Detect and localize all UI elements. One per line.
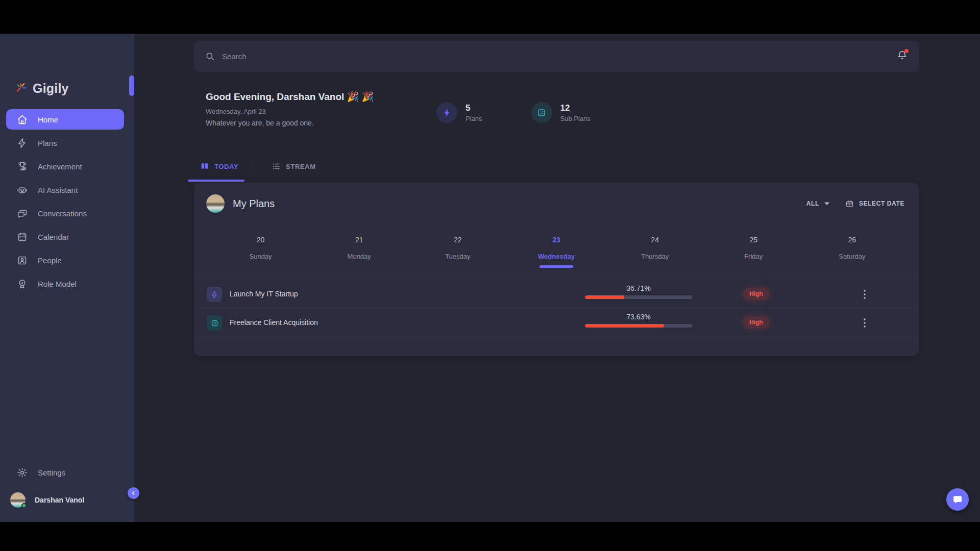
week-day-sunday[interactable]: 20 Sunday	[211, 236, 310, 268]
sub-plans-stat-icon-circle	[531, 102, 552, 123]
sidebar-item-role-model[interactable]: Role Model	[0, 272, 134, 295]
plan-row-launch-my-it-startup[interactable]: Launch My IT Startup 36.71% High	[194, 280, 919, 308]
plan-progress-percent: 36.71%	[585, 284, 692, 292]
greeting-title: Good Evening, Darshan Vanol 🎉 🎉	[206, 91, 374, 103]
logo-text: Gigily	[33, 81, 69, 96]
week-day-thursday[interactable]: 24 Thursday	[606, 236, 704, 268]
sidebar-item-ai-assistant[interactable]: AI Assistant	[0, 178, 134, 202]
subplan-icon	[211, 319, 218, 327]
main-content: Good Evening, Darshan Vanol 🎉 🎉 Wednesda…	[134, 34, 980, 522]
sidebar-nav: Home Plans Achievement AI Assistant Conv…	[0, 108, 134, 295]
search-bar[interactable]	[194, 41, 919, 72]
week-day-monday[interactable]: 21 Monday	[310, 236, 408, 268]
sidebar-item-label: Calendar	[38, 233, 69, 241]
week-day-wednesday[interactable]: 23 Wednesday	[507, 236, 605, 268]
progress-fill	[585, 324, 664, 328]
greeting-quote: Whatever you are, be a good one.	[206, 119, 374, 127]
plan-progress-percent: 73.63%	[585, 313, 692, 321]
plan-progress: 36.71%	[585, 284, 692, 299]
bolt-icon	[211, 291, 218, 298]
sidebar-item-home[interactable]: Home	[6, 109, 124, 130]
sidebar-item-label: Home	[38, 115, 58, 124]
tab-label: TODAY	[214, 163, 238, 170]
week-day-friday[interactable]: 25 Friday	[704, 236, 803, 268]
select-date-label: SELECT DATE	[859, 200, 904, 207]
calendar-icon	[845, 199, 854, 208]
search-icon	[205, 52, 215, 61]
sidebar-item-people[interactable]: People	[0, 248, 134, 272]
priority-badge: High	[743, 288, 769, 300]
week-strip: 20 Sunday 21 Monday 22 Tuesday 23 Wednes…	[211, 236, 901, 268]
chat-fab-button[interactable]	[946, 488, 969, 511]
chevron-down-icon	[824, 202, 830, 206]
my-plans-header: My Plans ALL SELECT DATE	[206, 194, 904, 213]
row-menu-button[interactable]	[857, 316, 872, 330]
plans-label: Plans	[465, 115, 482, 122]
sidebar-item-label: Conversations	[38, 209, 87, 218]
profile-name: Darshan Vanol	[35, 496, 84, 504]
active-day-underline	[540, 265, 573, 268]
book-icon	[200, 162, 209, 171]
progress-track	[585, 324, 692, 328]
my-plans-card: My Plans ALL SELECT DATE 20 Sunday	[194, 183, 919, 356]
week-day-saturday[interactable]: 26 Saturday	[803, 236, 901, 268]
tab-separator	[252, 161, 252, 172]
notification-dot	[904, 49, 909, 53]
sidebar-item-label: Plans	[38, 139, 57, 147]
plan-progress: 73.63%	[585, 313, 692, 328]
sidebar-collapse-button[interactable]	[128, 487, 139, 499]
chat-bubble-icon	[952, 494, 963, 505]
sidebar-item-label: AI Assistant	[38, 186, 78, 194]
plan-icon-circle	[207, 287, 222, 302]
plan-row-freelance-client-acquisition[interactable]: Freelance Client Acquisition 73.63% High	[194, 308, 919, 337]
my-plans-title: My Plans	[233, 198, 275, 210]
stream-list-icon	[272, 162, 281, 171]
sidebar-item-settings[interactable]: Settings	[0, 461, 134, 484]
kebab-icon	[864, 318, 866, 328]
profile-chip[interactable]: Darshan Vanol	[0, 492, 134, 508]
sidebar-item-calendar[interactable]: Calendar	[0, 225, 134, 248]
tab-label: STREAM	[286, 163, 316, 170]
week-day-tuesday[interactable]: 22 Tuesday	[408, 236, 507, 268]
chevron-left-icon	[131, 490, 136, 496]
home-icon	[17, 114, 28, 125]
active-item-edge-marker	[129, 76, 134, 96]
filter-all-dropdown[interactable]: ALL	[806, 200, 830, 207]
sub-plans-count: 12	[560, 103, 591, 113]
spark-logo-icon	[14, 81, 28, 96]
sidebar-item-conversations[interactable]: Conversations	[0, 202, 134, 225]
app-logo: Gigily	[14, 81, 69, 96]
sidebar-item-label: Role Model	[38, 280, 77, 288]
calendar-icon	[17, 232, 28, 242]
row-menu-button[interactable]	[857, 287, 872, 302]
notifications-button[interactable]	[897, 50, 908, 63]
trophy-icon	[17, 161, 28, 172]
filter-all-label: ALL	[806, 200, 819, 207]
search-input[interactable]	[222, 52, 890, 61]
greeting-block: Good Evening, Darshan Vanol 🎉 🎉 Wednesda…	[206, 91, 374, 127]
robot-icon	[17, 185, 28, 195]
plans-count: 5	[465, 103, 482, 113]
greeting-date: Wednesday, April 23	[206, 108, 374, 115]
sidebar-item-label: People	[38, 256, 62, 265]
plan-rows-footer	[194, 337, 919, 356]
sidebar-item-plans[interactable]: Plans	[0, 131, 134, 155]
plan-icon-circle	[207, 315, 222, 331]
progress-fill	[585, 295, 624, 299]
tab-stream[interactable]: STREAM	[265, 157, 329, 176]
subplan-icon	[537, 108, 546, 117]
select-date-button[interactable]: SELECT DATE	[845, 199, 904, 208]
sidebar-item-label: Achievement	[38, 162, 82, 171]
chat-icon	[17, 208, 28, 219]
medal-icon	[17, 279, 28, 289]
bolt-icon	[443, 108, 452, 117]
plan-title: Freelance Client Acquisition	[230, 318, 318, 327]
plans-stat-icon-circle	[436, 102, 457, 123]
plan-rows: Launch My IT Startup 36.71% High	[194, 280, 919, 356]
settings-label: Settings	[38, 468, 65, 477]
sub-plans-label: Sub Plans	[560, 115, 591, 122]
stats-row: 5 Plans 12 Sub Plans	[436, 102, 591, 123]
app-window: Gigily Home Plans Achievement AI Assista…	[0, 34, 980, 522]
sidebar-item-achievement[interactable]: Achievement	[0, 155, 134, 178]
tab-today[interactable]: TODAY	[194, 157, 252, 176]
